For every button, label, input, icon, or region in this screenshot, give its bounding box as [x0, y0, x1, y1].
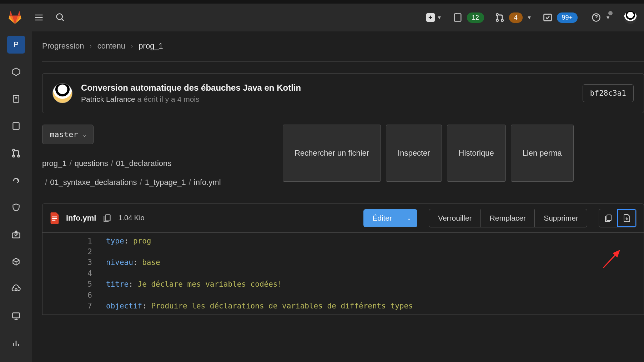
todos-icon [543, 12, 553, 22]
svg-rect-31 [607, 215, 611, 221]
breadcrumb-root[interactable]: Progression [42, 41, 84, 51]
path-seg[interactable]: 01_syntaxe_declarations [50, 178, 137, 187]
file-name: info.yml [66, 213, 96, 223]
plus-icon: + [426, 13, 435, 22]
sidebar-monitor[interactable] [7, 307, 25, 325]
breadcrumb-current: prog_1 [139, 41, 163, 51]
code-content: type: prog niveau: base titre: Je déclar… [98, 233, 413, 315]
line-numbers: 1234567 [42, 233, 98, 315]
sidebar-packages[interactable] [7, 253, 25, 271]
history-button[interactable]: Historique [447, 125, 506, 182]
lock-button[interactable]: Verrouiller [429, 209, 481, 227]
sidebar-project-info[interactable] [7, 63, 25, 81]
svg-rect-21 [12, 313, 20, 318]
mr-badge: 4 [509, 12, 523, 23]
sidebar-merge-requests[interactable] [7, 144, 25, 162]
path-seg[interactable]: 1_typage_1 [145, 178, 186, 187]
sidebar-infrastructure[interactable] [7, 280, 25, 298]
issues-icon [453, 12, 463, 22]
svg-point-8 [496, 19, 498, 21]
sidebar-issues[interactable] [7, 117, 25, 135]
topbar: + ▼ 12 4 ▼ 99+ ▼ [0, 0, 644, 31]
svg-point-9 [501, 19, 503, 21]
edit-dropdown[interactable]: ⌄ [401, 209, 417, 227]
todos-badge: 99+ [557, 12, 578, 23]
commit-author-line: Patrick Lafrance a écrit il y a 4 mois [81, 95, 574, 104]
chevron-right-icon: › [90, 43, 91, 49]
svg-rect-5 [454, 14, 461, 21]
sidebar: P [0, 31, 32, 362]
annotation-arrow [600, 246, 628, 275]
merge-requests-link[interactable]: 4 ▼ [495, 12, 532, 23]
search-icon[interactable] [55, 12, 66, 23]
chevron-right-icon: › [131, 43, 133, 49]
copy-path-icon[interactable] [102, 213, 112, 223]
sidebar-analytics[interactable] [7, 334, 25, 352]
issues-link[interactable]: 12 [453, 12, 484, 23]
todos-link[interactable]: 99+ [543, 12, 578, 23]
svg-rect-29 [52, 220, 55, 220]
chevron-down-icon: ⌄ [83, 132, 86, 137]
permalink-button[interactable]: Lien perma [511, 125, 574, 182]
gitlab-logo[interactable] [7, 10, 23, 25]
chevron-down-icon: ⌄ [407, 215, 411, 221]
path-seg[interactable]: 01_declarations [116, 159, 171, 168]
commit-title: Conversion automatique des ébauches Java… [81, 83, 574, 93]
chevron-down-icon: ▼ [437, 15, 442, 20]
branch-name: master [50, 130, 78, 139]
sidebar-cicd[interactable] [7, 171, 25, 189]
svg-point-18 [17, 155, 19, 157]
user-avatar[interactable] [624, 11, 637, 24]
breadcrumb-mid[interactable]: contenu [97, 41, 125, 51]
svg-line-4 [62, 19, 64, 21]
raw-download-button[interactable] [618, 209, 636, 227]
issues-badge: 12 [467, 12, 484, 23]
blame-button[interactable]: Inspecter [386, 125, 442, 182]
svg-point-3 [57, 14, 62, 20]
path-seg[interactable]: info.yml [194, 178, 221, 187]
svg-rect-10 [544, 14, 551, 21]
delete-button[interactable]: Supprimer [535, 209, 587, 227]
content: Progression › contenu › prog_1 Conversio… [32, 31, 644, 362]
copy-contents-button[interactable] [599, 209, 618, 227]
edit-button[interactable]: Éditer [363, 209, 401, 227]
code-viewer: 1234567 type: prog niveau: base titre: J… [42, 233, 644, 315]
svg-rect-27 [52, 216, 57, 217]
svg-point-16 [12, 149, 14, 151]
chevron-down-icon: ▼ [605, 15, 610, 20]
menu-icon[interactable] [34, 12, 44, 23]
svg-point-7 [496, 14, 498, 15]
commit-author-avatar[interactable] [52, 83, 72, 103]
commit-box: Conversion automatique des ébauches Java… [42, 73, 644, 113]
commit-author-name[interactable]: Patrick Lafrance [81, 95, 135, 103]
svg-point-20 [15, 288, 17, 291]
sidebar-deployments[interactable] [7, 226, 25, 243]
file-icon [50, 212, 60, 224]
branch-selector[interactable]: master ⌄ [42, 125, 94, 144]
replace-button[interactable]: Remplacer [481, 209, 535, 227]
svg-rect-30 [106, 215, 110, 221]
find-file-button[interactable]: Rechercher un fichier [283, 125, 381, 182]
svg-line-32 [603, 251, 619, 268]
path-seg[interactable]: prog_1 [42, 159, 67, 168]
sidebar-repository[interactable] [7, 90, 25, 108]
help-icon [591, 12, 601, 22]
help-dropdown[interactable]: ▼ [591, 12, 610, 22]
svg-rect-28 [52, 218, 57, 219]
chevron-down-icon: ▼ [527, 15, 532, 20]
svg-rect-15 [13, 122, 19, 130]
file-viewer: info.yml 1.04 Kio Éditer ⌄ Verrouiller R… [42, 203, 644, 315]
file-header: info.yml 1.04 Kio Éditer ⌄ Verrouiller R… [42, 204, 644, 233]
commit-time: a écrit il y a 4 mois [137, 95, 200, 103]
file-size: 1.04 Kio [118, 214, 144, 222]
new-dropdown[interactable]: + ▼ [426, 13, 442, 22]
svg-point-17 [12, 155, 14, 157]
path-seg[interactable]: questions [75, 159, 108, 168]
merge-icon [495, 12, 505, 22]
file-path: prog_1/questions/01_declarations/01_synt… [42, 154, 274, 192]
breadcrumb: Progression › contenu › prog_1 [42, 41, 644, 62]
sidebar-project[interactable]: P [7, 36, 25, 54]
sidebar-security[interactable] [7, 198, 25, 216]
commit-sha[interactable]: bf28c3a1 [583, 84, 634, 102]
